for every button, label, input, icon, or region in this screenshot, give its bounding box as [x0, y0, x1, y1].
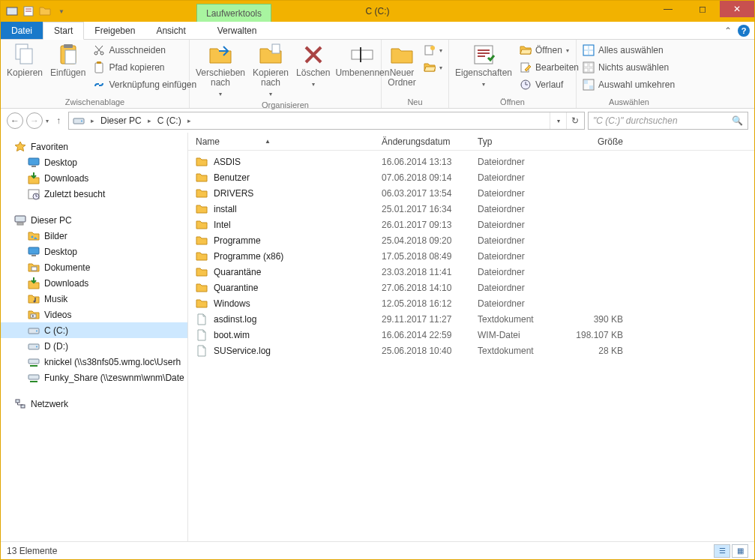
table-row[interactable]: Benutzer07.06.2018 09:14Dateiordner	[188, 169, 754, 185]
ribbon-collapse-icon[interactable]: ⌃	[724, 25, 732, 36]
tab-ansicht[interactable]: Ansicht	[145, 22, 196, 39]
column-size[interactable]: Größe	[566, 136, 629, 147]
breadcrumb-root-icon[interactable]	[70, 115, 87, 127]
maximize-button[interactable]: ◻	[685, 1, 720, 17]
refresh-button[interactable]: ↻	[566, 112, 583, 129]
delete-button[interactable]: Löschen▾	[296, 41, 330, 89]
minimize-button[interactable]: —	[651, 1, 685, 17]
open-button[interactable]: Öffnen▾	[520, 43, 579, 58]
table-row[interactable]: Intel26.01.2017 09:13Dateiordner	[188, 217, 754, 232]
sidebar-item[interactable]: D (D:)	[1, 338, 187, 354]
column-name[interactable]: Name▲	[188, 136, 382, 147]
breadcrumb-drive[interactable]: C (C:)	[155, 115, 184, 126]
copy-button[interactable]: Kopieren	[7, 41, 43, 78]
sidebar-item[interactable]: Favoriten	[1, 139, 187, 154]
file-type: Dateiordner	[478, 283, 566, 293]
copy-path-button[interactable]: Pfad kopieren	[93, 60, 196, 75]
sort-asc-icon: ▲	[265, 138, 271, 145]
rename-button[interactable]: Umbenennen	[337, 41, 387, 78]
sidebar-item[interactable]: Desktop	[1, 244, 187, 259]
tab-verwalten[interactable]: Verwalten	[207, 22, 268, 39]
sidebar-item[interactable]: knickel (\\s38nfs05.wmg.loc\Userh	[1, 354, 187, 370]
paste-button[interactable]: Einfügen	[50, 41, 85, 78]
ql-properties-icon[interactable]	[22, 4, 35, 18]
breadcrumb-sep-icon[interactable]: ▸	[145, 117, 154, 124]
column-date[interactable]: Änderungsdatum	[382, 136, 478, 147]
cut-button[interactable]: Ausschneiden	[93, 43, 196, 58]
sidebar-item[interactable]: Desktop	[1, 154, 187, 170]
file-name: Programme (x86)	[214, 251, 283, 262]
table-row[interactable]: install25.01.2017 16:34Dateiordner	[188, 201, 754, 217]
forward-button[interactable]: →	[26, 112, 43, 129]
sidebar-item-label: Dokumente	[44, 262, 90, 273]
table-row[interactable]: Quarantine27.06.2018 14:10Dateiordner	[188, 280, 754, 295]
sidebar-item[interactable]: Downloads	[1, 275, 187, 291]
history-button[interactable]: Verlauf	[520, 77, 579, 92]
search-icon: 🔍	[732, 115, 743, 126]
thumbnails-view-button[interactable]: ▦	[732, 544, 748, 558]
new-folder-button[interactable]: Neuer Ordner	[388, 41, 416, 88]
window-title: C (C:)	[366, 6, 390, 16]
invert-selection-button[interactable]: Auswahl umkehren	[583, 77, 675, 92]
sidebar-item[interactable]: Funky_Share (\\zeswnm\wnm\Date	[1, 370, 187, 385]
help-icon[interactable]: ?	[738, 25, 750, 37]
sidebar-item[interactable]: Videos	[1, 307, 187, 322]
tab-freigeben[interactable]: Freigeben	[84, 22, 145, 39]
search-input[interactable]: "C (C:)" durchsuchen 🔍	[588, 112, 748, 130]
close-button[interactable]: ✕	[720, 1, 754, 17]
file-icon	[196, 329, 208, 341]
details-view-button[interactable]: ☰	[714, 544, 730, 558]
up-button[interactable]: ↑	[52, 114, 65, 127]
select-all-button[interactable]: Alles auswählen	[583, 43, 675, 58]
sidebar-item[interactable]: Netzwerk	[1, 396, 187, 412]
folder-icon	[196, 187, 208, 199]
tab-datei[interactable]: Datei	[1, 22, 43, 39]
file-icon	[196, 345, 208, 357]
table-row[interactable]: SUService.log25.06.2018 10:40Textdokumen…	[188, 343, 754, 358]
table-row[interactable]: ASDIS16.06.2014 13:13Dateiordner	[188, 154, 754, 169]
move-to-button[interactable]: Verschieben nach▾	[196, 41, 245, 99]
paste-shortcut-button[interactable]: Verknüpfung einfügen	[93, 77, 196, 92]
column-type[interactable]: Typ	[478, 136, 566, 147]
new-item-button[interactable]: ▾	[424, 43, 442, 58]
table-row[interactable]: DRIVERS06.03.2017 13:54Dateiordner	[188, 185, 754, 201]
sidebar-item[interactable]: C (C:)	[1, 322, 187, 338]
sidebar-item[interactable]: Downloads	[1, 170, 187, 186]
folder-icon	[196, 282, 208, 294]
tree-view[interactable]: FavoritenDesktopDownloadsZuletzt besucht…	[1, 133, 188, 541]
back-button[interactable]: ←	[7, 112, 23, 129]
recent-locations-icon[interactable]: ▾	[46, 118, 49, 124]
properties-button[interactable]: Eigenschaften▾	[455, 41, 512, 89]
group-new-label: Neu	[388, 96, 442, 108]
sidebar-item[interactable]: Bilder	[1, 228, 187, 244]
table-row[interactable]: Quarantäne23.03.2018 11:41Dateiordner	[188, 264, 754, 280]
select-none-button[interactable]: Nichts auswählen	[583, 60, 675, 75]
column-headers[interactable]: Name▲ Änderungsdatum Typ Größe	[188, 133, 754, 151]
folder-icon	[196, 156, 208, 168]
ql-newfolder-icon[interactable]	[38, 4, 52, 18]
address-history-icon[interactable]: ▾	[550, 112, 566, 129]
table-row[interactable]: boot.wim16.06.2014 22:59WIM-Datei198.107…	[188, 327, 754, 343]
breadcrumb-sep-icon[interactable]: ▸	[185, 117, 193, 124]
sidebar-item[interactable]: Musik	[1, 291, 187, 307]
title-bar: ▼ Laufwerktools C (C:) — ◻ ✕	[1, 1, 754, 22]
easy-access-button[interactable]: ▾	[424, 60, 442, 75]
breadcrumb-pc[interactable]: Dieser PC	[98, 115, 144, 126]
app-icon	[5, 4, 19, 18]
edit-button[interactable]: Bearbeiten	[520, 60, 579, 75]
tab-start[interactable]: Start	[43, 22, 84, 40]
table-row[interactable]: asdinst.log29.11.2017 11:27Textdokument3…	[188, 311, 754, 327]
table-row[interactable]: Windows12.05.2018 16:12Dateiordner	[188, 295, 754, 311]
ribbon-tabs: Datei Start Freigeben Ansicht Verwalten …	[1, 22, 754, 40]
table-row[interactable]: Programme (x86)17.05.2018 08:49Dateiordn…	[188, 248, 754, 264]
svg-rect-44	[7, 7, 17, 15]
sidebar-item[interactable]: Dokumente	[1, 259, 187, 275]
sidebar-item[interactable]: Dieser PC	[1, 212, 187, 228]
ql-dropdown-icon[interactable]: ▼	[55, 4, 68, 18]
table-row[interactable]: Programme25.04.2018 09:20Dateiordner	[188, 232, 754, 248]
sidebar-item[interactable]: Zuletzt besucht	[1, 186, 187, 202]
status-text: 13 Elemente	[7, 546, 57, 556]
address-bar[interactable]: ▸ Dieser PC ▸ C (C:) ▸ ▾ ↻	[68, 112, 585, 130]
copy-to-button[interactable]: Kopieren nach▾	[253, 41, 289, 99]
breadcrumb-sep-icon[interactable]: ▸	[88, 117, 97, 124]
